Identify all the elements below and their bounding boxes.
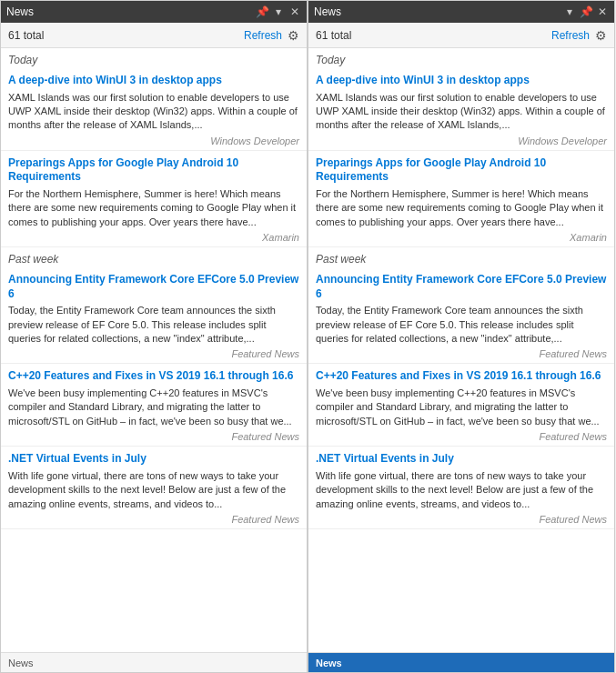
right-settings-icon[interactable]: ⚙ [595,28,607,43]
right-news-title-3: Announcing Entity Framework Core EFCore … [316,273,607,301]
left-news-source-5: Featured News [8,514,299,525]
right-news-excerpt-1: XAML Islands was our first solution to e… [316,91,607,133]
right-news-item-1[interactable]: A deep-dive into WinUI 3 in desktop apps… [308,68,614,151]
left-news-item-4[interactable]: C++20 Features and Fixes in VS 2019 16.1… [1,364,307,447]
right-news-title-2: Preparings Apps for Google Play Android … [316,156,607,185]
right-panel-header: News ▾ 📌 ✕ [308,1,614,23]
right-today-label: Today [308,48,614,68]
right-panel-footer: News [308,652,614,672]
left-news-title-1: A deep-dive into WinUI 3 in desktop apps [8,74,299,88]
right-news-source-2: Xamarin [316,232,607,243]
left-news-excerpt-1: XAML Islands was our first solution to e… [8,91,299,133]
right-news-title-1: A deep-dive into WinUI 3 in desktop apps [316,74,607,88]
right-panel-toolbar: 61 total Refresh ⚙ [308,23,614,48]
left-panel-content: Today A deep-dive into WinUI 3 in deskto… [1,48,307,652]
right-news-title-5: .NET Virtual Events in July [316,452,607,467]
right-news-item-2[interactable]: Preparings Apps for Google Play Android … [308,151,614,247]
left-panel-footer: News [1,652,307,672]
left-news-title-5: .NET Virtual Events in July [8,452,299,467]
left-news-source-1: Windows Developer [8,136,299,146]
pin-icon[interactable]: 📌 [256,5,268,18]
right-news-item-3[interactable]: Announcing Entity Framework Core EFCore … [308,267,614,364]
right-news-excerpt-3: Today, the Entity Framework Core team an… [316,304,607,346]
left-news-title-2: Preparings Apps for Google Play Android … [8,156,299,185]
right-refresh-button[interactable]: Refresh [551,29,590,42]
close-icon[interactable]: ✕ [288,5,301,18]
right-news-title-4: C++20 Features and Fixes in VS 2019 16.1… [316,369,607,384]
left-today-label: Today [1,48,307,68]
left-panel-header: News 📌 ▾ ✕ [1,1,307,23]
left-pastweek-label: Past week [1,247,307,267]
right-dropdown-icon[interactable]: ▾ [563,5,576,18]
right-news-item-4[interactable]: C++20 Features and Fixes in VS 2019 16.1… [308,364,614,447]
left-panel-toolbar: 61 total Refresh ⚙ [1,23,307,48]
right-panel-title: News [314,5,341,18]
right-panel: News ▾ 📌 ✕ 61 total Refresh ⚙ Today A de… [308,0,615,673]
right-news-source-4: Featured News [316,431,607,442]
left-settings-icon[interactable]: ⚙ [288,28,299,43]
right-footer-label: News [316,658,342,668]
right-toolbar-right: Refresh ⚙ [551,28,607,43]
left-header-icons: 📌 ▾ ✕ [256,5,301,18]
right-news-excerpt-2: For the Northern Hemisphere, Summer is h… [316,187,607,229]
dropdown-icon[interactable]: ▾ [272,5,285,18]
left-refresh-button[interactable]: Refresh [244,29,282,42]
left-total-count: 61 total [8,29,44,42]
right-total-count: 61 total [316,29,351,42]
right-news-source-5: Featured News [316,514,607,525]
left-news-title-3: Announcing Entity Framework Core EFCore … [8,273,299,301]
left-news-excerpt-4: We've been busy implementing C++20 featu… [8,387,299,428]
left-news-source-3: Featured News [8,348,299,359]
right-news-source-1: Windows Developer [316,136,607,146]
left-news-item-5[interactable]: .NET Virtual Events in July With life go… [1,447,307,529]
right-pin-icon[interactable]: 📌 [580,5,592,18]
right-header-icons: ▾ 📌 ✕ [563,5,609,18]
right-close-icon[interactable]: ✕ [596,5,609,18]
left-news-source-2: Xamarin [8,232,299,243]
right-news-item-5[interactable]: .NET Virtual Events in July With life go… [308,447,614,529]
left-toolbar-right: Refresh ⚙ [244,28,299,43]
left-panel: News 📌 ▾ ✕ 61 total Refresh ⚙ Today A de… [0,0,308,673]
left-news-excerpt-2: For the Northern Hemisphere, Summer is h… [8,187,299,229]
left-news-excerpt-5: With life gone virtual, there are tons o… [8,469,299,511]
right-news-source-3: Featured News [316,348,607,359]
left-news-item-3[interactable]: Announcing Entity Framework Core EFCore … [1,267,307,364]
right-news-excerpt-5: With life gone virtual, there are tons o… [316,469,607,511]
left-news-source-4: Featured News [8,431,299,442]
left-news-title-4: C++20 Features and Fixes in VS 2019 16.1… [8,369,299,384]
left-news-item-1[interactable]: A deep-dive into WinUI 3 in desktop apps… [1,68,307,151]
right-news-excerpt-4: We've been busy implementing C++20 featu… [316,387,607,428]
right-pastweek-label: Past week [308,247,614,267]
left-news-item-2[interactable]: Preparings Apps for Google Play Android … [1,151,307,247]
left-panel-title: News [6,5,34,18]
left-footer-label: News [8,658,34,668]
right-panel-content: Today A deep-dive into WinUI 3 in deskto… [308,48,614,652]
left-news-excerpt-3: Today, the Entity Framework Core team an… [8,304,299,346]
